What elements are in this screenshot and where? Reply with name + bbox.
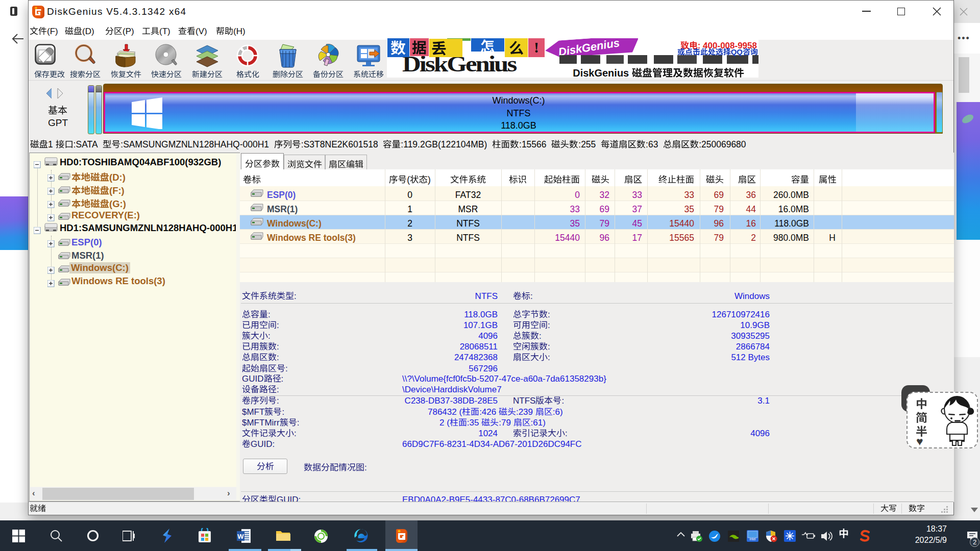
svg-text:W: W	[237, 533, 244, 540]
svg-text:intel: intel	[750, 537, 756, 541]
